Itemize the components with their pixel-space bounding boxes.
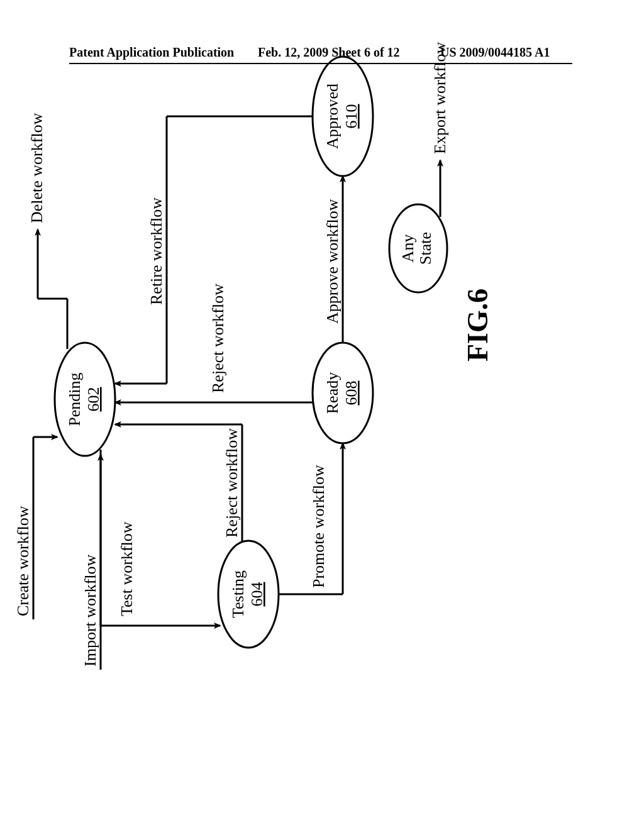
edge-test-workflow: Test workflow bbox=[101, 450, 220, 626]
edge-export-workflow: Export workflow bbox=[431, 42, 449, 217]
edge-import-workflow: Import workflow bbox=[81, 455, 101, 670]
edge-export-label: Export workflow bbox=[431, 42, 449, 154]
edge-reject-ready: Reject workflow bbox=[115, 284, 313, 402]
edge-reject1-label: Reject workflow bbox=[223, 428, 241, 538]
edge-retire-label: Retire workflow bbox=[147, 197, 165, 305]
edge-import-label: Import workflow bbox=[81, 554, 99, 667]
state-testing-label: Testing bbox=[229, 570, 247, 618]
state-ready-label: Ready bbox=[323, 372, 341, 414]
edge-promote-label: Promote workflow bbox=[309, 465, 328, 588]
edge-approve-workflow: Approve workflow bbox=[323, 176, 343, 343]
state-pending-ref: 602 bbox=[84, 387, 103, 412]
state-ready: Ready 608 bbox=[313, 343, 373, 443]
edge-create-label: Create workflow bbox=[14, 506, 32, 616]
state-approved-label: Approved bbox=[323, 84, 341, 149]
edge-delete-label: Delete workflow bbox=[28, 113, 46, 223]
state-diagram-svg: Pending 602 Testing 604 Ready 608 Approv… bbox=[0, 28, 506, 689]
state-ready-ref: 608 bbox=[342, 381, 360, 406]
state-pending-label: Pending bbox=[65, 372, 84, 426]
state-testing: Testing 604 bbox=[218, 541, 279, 648]
state-pending: Pending 602 bbox=[55, 343, 115, 456]
state-approved-ref: 610 bbox=[342, 104, 360, 129]
edge-reject2-label: Reject workflow bbox=[209, 284, 227, 393]
edge-create-workflow: Create workflow bbox=[14, 437, 57, 619]
edge-approve-label: Approve workflow bbox=[323, 199, 341, 324]
state-any-label1: Any bbox=[399, 235, 417, 263]
state-any-label2: State bbox=[416, 232, 435, 265]
figure-6-rotated: Pending 602 Testing 604 Ready 608 Approv… bbox=[0, 173, 644, 689]
state-any: Any State bbox=[389, 204, 447, 292]
state-approved: Approved 610 bbox=[313, 57, 373, 176]
page: Patent Application Publication Feb. 12, … bbox=[0, 0, 644, 830]
figure-label: FIG.6 bbox=[462, 289, 494, 362]
state-testing-ref: 604 bbox=[248, 582, 266, 607]
edge-delete-workflow: Delete workflow bbox=[28, 113, 67, 349]
edge-promote-workflow: Promote workflow bbox=[279, 443, 343, 594]
edge-test-label: Test workflow bbox=[118, 521, 136, 616]
